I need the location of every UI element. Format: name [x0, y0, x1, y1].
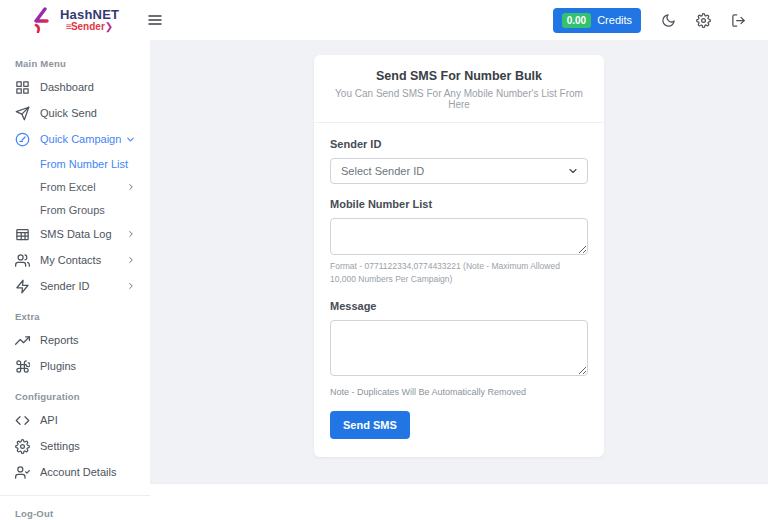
sidebar-item-label: API	[40, 414, 58, 426]
dark-mode-moon-icon[interactable]	[661, 13, 676, 28]
logo-title: HashNET	[60, 8, 119, 21]
sidebar-subitem-from-groups[interactable]: From Groups	[0, 198, 150, 221]
sidebar-subitem-label: From Groups	[40, 204, 105, 216]
menu-toggle-icon[interactable]	[147, 12, 163, 28]
sidebar-item-label: Quick Campaign	[40, 133, 121, 145]
sidebar-item-label: Plugins	[40, 360, 76, 372]
settings-gear-icon[interactable]	[696, 13, 711, 28]
chevron-right-icon	[126, 229, 136, 239]
sidebar-divider	[0, 495, 150, 496]
sidebar-item-plugins[interactable]: Plugins	[0, 353, 150, 379]
sidebar-item-label: SMS Data Log	[40, 228, 112, 240]
sidebar-item-label: Quick Send	[40, 107, 97, 119]
code-icon	[15, 413, 30, 428]
card-title: Send SMS For Number Bulk	[330, 69, 588, 83]
trending-up-icon	[15, 333, 30, 348]
sidebar-item-label: Sender ID	[40, 280, 90, 292]
sidebar-nav: Main Menu Dashboard Quick Send Quick Cam…	[0, 40, 150, 520]
users-icon	[15, 253, 30, 268]
card-body: Sender ID Select Sender ID Mobile Number…	[314, 123, 604, 457]
sidebar-item-label: Reports	[40, 334, 79, 346]
section-configuration: Configuration	[0, 391, 150, 402]
sidebar-item-quick-campaign[interactable]: Quick Campaign	[0, 126, 150, 152]
content-area: Send SMS For Number Bulk You Can Send SM…	[150, 40, 768, 483]
card-header: Send SMS For Number Bulk You Can Send SM…	[314, 55, 604, 123]
section-main-menu: Main Menu	[0, 58, 150, 69]
mobile-number-list-textarea[interactable]	[330, 218, 588, 255]
sidebar-item-dashboard[interactable]: Dashboard	[0, 74, 150, 100]
sidebar-item-label: Settings	[40, 440, 80, 452]
message-label: Message	[330, 300, 588, 312]
sidebar-subitem-from-excel[interactable]: From Excel	[0, 175, 150, 198]
mobile-list-format-help: Format - 0771122334,0774433221 (Note - M…	[330, 260, 588, 286]
page-footer	[150, 483, 768, 520]
sidebar-item-reports[interactable]: Reports	[0, 327, 150, 353]
sender-id-label: Sender ID	[330, 138, 588, 150]
sidebar-subitem-label: From Number List	[40, 158, 128, 170]
credits-button[interactable]: 0.00 Credits	[553, 8, 641, 33]
logo-decor-right: ❯	[105, 21, 113, 32]
chevron-right-icon	[126, 281, 136, 291]
section-extra: Extra	[0, 311, 150, 322]
zap-icon	[15, 279, 30, 294]
sidebar-subitem-label: From Excel	[40, 181, 96, 193]
command-icon	[15, 359, 30, 374]
sidebar-item-label: Account Details	[40, 466, 116, 478]
card-subtitle: You Can Send SMS For Any Mobile Number's…	[330, 88, 588, 110]
section-log-out: Log-Out	[0, 508, 150, 519]
app-logo[interactable]: HashNET ≡Sender❯	[0, 7, 119, 33]
hashnet-logo-icon	[30, 7, 54, 33]
top-header: HashNET ≡Sender❯ 0.00 Credits	[0, 0, 768, 40]
sidebar-subitem-from-number-list[interactable]: From Number List	[0, 152, 150, 175]
chevron-down-icon	[125, 134, 136, 145]
campaign-gauge-icon	[15, 132, 30, 147]
send-icon	[15, 106, 30, 121]
sidebar-item-api[interactable]: API	[0, 407, 150, 433]
user-check-icon	[15, 465, 30, 480]
sidebar-item-label: My Contacts	[40, 254, 101, 266]
sidebar-item-sms-data-log[interactable]: SMS Data Log	[0, 221, 150, 247]
sender-id-select-wrap: Select Sender ID	[330, 158, 588, 184]
send-sms-button[interactable]: Send SMS	[330, 411, 410, 439]
sidebar-item-my-contacts[interactable]: My Contacts	[0, 247, 150, 273]
credits-label: Credits	[597, 14, 632, 26]
gear-icon	[15, 439, 30, 454]
duplicates-note: Note - Duplicates Will Be Automatically …	[330, 387, 588, 397]
mobile-number-list-label: Mobile Number List	[330, 198, 588, 210]
sidebar-item-settings[interactable]: Settings	[0, 433, 150, 459]
sidebar-item-account-details[interactable]: Account Details	[0, 459, 150, 485]
dashboard-grid-icon	[15, 80, 30, 95]
sidebar-item-label: Dashboard	[40, 81, 94, 93]
logo-text: HashNET ≡Sender❯	[60, 8, 119, 32]
chevron-right-icon	[126, 182, 136, 192]
send-sms-card: Send SMS For Number Bulk You Can Send SM…	[314, 55, 604, 457]
header-actions: 0.00 Credits	[553, 8, 768, 33]
logout-icon[interactable]	[731, 13, 746, 28]
sidebar-item-quick-send[interactable]: Quick Send	[0, 100, 150, 126]
logo-subtitle: ≡Sender❯	[60, 22, 119, 32]
sidebar-item-sender-id[interactable]: Sender ID	[0, 273, 150, 299]
message-textarea[interactable]	[330, 320, 588, 376]
main-area: Send SMS For Number Bulk You Can Send SM…	[150, 40, 768, 520]
chevron-right-icon	[126, 255, 136, 265]
table-icon	[15, 227, 30, 242]
credits-amount-badge: 0.00	[562, 13, 591, 28]
sender-id-select[interactable]: Select Sender ID	[330, 158, 588, 184]
